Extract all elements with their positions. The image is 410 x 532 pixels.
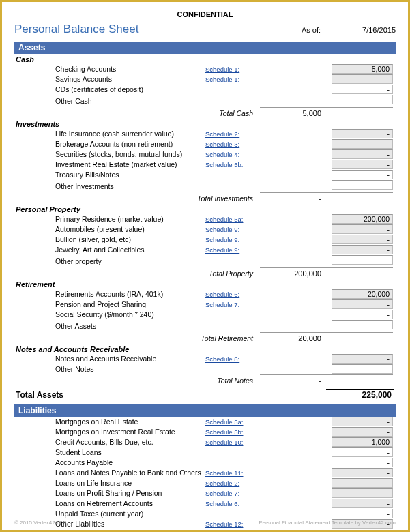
line-item-value: - [260, 488, 396, 499]
line-item-label: Other Notes [14, 364, 205, 374]
assets-header: Assets [14, 42, 396, 54]
confidential-label: CONFIDENTIAL [14, 10, 396, 18]
line-item-row: Other Cash [14, 95, 396, 107]
line-item-value: - [260, 354, 396, 364]
line-item-label: Mortgages on Real Estate [14, 417, 205, 427]
footer: © 2015 Vertex42 LLC Personal Financial S… [14, 520, 396, 526]
line-item-label: Life Insurance (cash surrender value) [14, 129, 205, 139]
line-item-value: - [260, 224, 396, 235]
line-item-label: Accounts Payable [14, 458, 205, 468]
line-item-label: Notes and Accounts Receivable [14, 354, 205, 364]
line-item-value: - [260, 458, 396, 468]
subtotal-row: Total Property200,000 [14, 268, 396, 279]
line-item-label: Primary Residence (market value) [14, 214, 205, 224]
subsection-investments: Investments [14, 119, 396, 129]
line-item-value [260, 95, 396, 107]
subtotal-row: Total Retirement20,000 [14, 333, 396, 344]
line-item-value: 200,000 [260, 214, 396, 224]
line-item-value: - [260, 478, 396, 488]
line-item-value [260, 180, 396, 192]
asof-label: As of: [302, 26, 321, 34]
schedule-link[interactable]: Schedule 9: [205, 224, 260, 235]
schedule-link[interactable]: Schedule 9: [205, 245, 260, 255]
subtotal-label: Total Cash [14, 109, 260, 117]
line-item-label: Other Cash [14, 96, 205, 106]
subtotal-value: - [260, 194, 324, 203]
line-item-label: Student Loans [14, 447, 205, 458]
line-item-label: Unpaid Taxes (current year) [14, 509, 205, 519]
line-item-value: - [260, 427, 396, 437]
line-item-row: Accounts Payable- [14, 458, 396, 468]
subtotal-row: Total Cash5,000 [14, 108, 396, 119]
asof-date: 7/16/2015 [348, 26, 396, 34]
header-row: Personal Balance Sheet As of: 7/16/2015 [14, 23, 396, 36]
total-assets-value: 225,000 [326, 389, 394, 400]
subtotal-row: Total Notes- [14, 375, 396, 386]
line-item-label: Retirements Accounts (IRA, 401k) [14, 289, 205, 299]
line-item-row: Mortgages on Investment Real EstateSched… [14, 427, 396, 437]
schedule-link[interactable]: Schedule 2: [205, 129, 260, 139]
line-item-row: Other Notes- [14, 364, 396, 374]
schedule-link[interactable]: Schedule 10: [205, 437, 260, 447]
subtotal-label: Total Retirement [14, 334, 260, 342]
schedule-link[interactable]: Schedule 6: [205, 289, 260, 299]
line-item-row: Bullion (silver, gold, etc)Schedule 9:- [14, 235, 396, 245]
line-item-row: Mortgages on Real EstateSchedule 5a:- [14, 417, 396, 427]
schedule-link[interactable]: Schedule 7: [205, 488, 260, 499]
line-item-label: Treasury Bills/Notes [14, 170, 205, 180]
schedule-link[interactable]: Schedule 2: [205, 478, 260, 488]
line-item-label: Securities (stocks, bonds, mutual funds) [14, 149, 205, 160]
line-item-value: - [260, 417, 396, 427]
line-item-value: 5,000 [260, 64, 396, 74]
schedule-link[interactable]: Schedule 3: [205, 139, 260, 149]
line-item-value [260, 255, 396, 267]
schedule-link[interactable]: Schedule 7: [205, 299, 260, 310]
line-item-row: Pension and Project SharingSchedule 7:- [14, 299, 396, 310]
line-item-row: Loans and Notes Payable to Bank and Othe… [14, 468, 396, 478]
schedule-link[interactable]: Schedule 9: [205, 235, 260, 245]
subtotal-value: 5,000 [260, 109, 324, 117]
line-item-label: Mortgages on Investment Real Estate [14, 427, 205, 437]
schedule-link[interactable]: Schedule 5a: [205, 417, 260, 427]
schedule-link[interactable]: Schedule 5b: [205, 427, 260, 437]
line-item-label: Other Investments [14, 181, 205, 192]
subtotal-value: 200,000 [260, 269, 324, 278]
line-item-label: Jewelry, Art and Collectibles [14, 245, 205, 255]
line-item-label: Other property [14, 256, 205, 267]
line-item-label: Loans and Notes Payable to Bank and Othe… [14, 468, 205, 478]
line-item-row: Retirements Accounts (IRA, 401k)Schedule… [14, 289, 396, 299]
line-item-row: Automobiles (present value)Schedule 9:- [14, 224, 396, 235]
page-title: Personal Balance Sheet [14, 23, 138, 36]
line-item-row: Credit Accounts, Bills Due, etc.Schedule… [14, 437, 396, 447]
line-item-label: Brokerage Accounts (non-retirement) [14, 139, 205, 149]
line-item-value: - [260, 149, 396, 160]
schedule-link[interactable]: Schedule 5a: [205, 214, 260, 224]
subtotal-label: Total Property [14, 269, 260, 278]
line-item-row: Life Insurance (cash surrender value)Sch… [14, 129, 396, 139]
line-item-row: Savings AccountsSchedule 1:- [14, 74, 396, 85]
line-item-value: - [260, 160, 396, 170]
line-item-label: Loans on Retirement Accounts [14, 499, 205, 509]
line-item-label: Bullion (silver, gold, etc) [14, 235, 205, 245]
subtotal-value: - [260, 376, 324, 385]
subtotal-label: Total Investments [14, 194, 260, 203]
line-item-label: CDs (certificates of deposit) [14, 85, 205, 95]
line-item-value [260, 320, 396, 332]
line-item-row: Notes and Accounts ReceivableSchedule 8:… [14, 354, 396, 364]
line-item-label: Loans on Profit Sharing / Pension [14, 488, 205, 499]
schedule-link[interactable]: Schedule 6: [205, 499, 260, 509]
schedule-link[interactable]: Schedule 1: [205, 64, 260, 74]
subtotal-value: 20,000 [260, 334, 324, 342]
schedule-link[interactable]: Schedule 5b: [205, 160, 260, 170]
line-item-value: 20,000 [260, 289, 396, 299]
line-item-row: Loans on Profit Sharing / PensionSchedul… [14, 488, 396, 499]
subsection-retirement: Retirement [14, 279, 396, 289]
line-item-row: Checking AccountsSchedule 1:5,000 [14, 64, 396, 74]
line-item-label: Automobiles (present value) [14, 224, 205, 235]
schedule-link[interactable]: Schedule 8: [205, 354, 260, 364]
line-item-label: Investment Real Estate (market value) [14, 160, 205, 170]
schedule-link[interactable]: Schedule 11: [205, 468, 260, 478]
schedule-link[interactable]: Schedule 4: [205, 149, 260, 160]
line-item-value: - [260, 364, 396, 374]
schedule-link[interactable]: Schedule 1: [205, 74, 260, 85]
